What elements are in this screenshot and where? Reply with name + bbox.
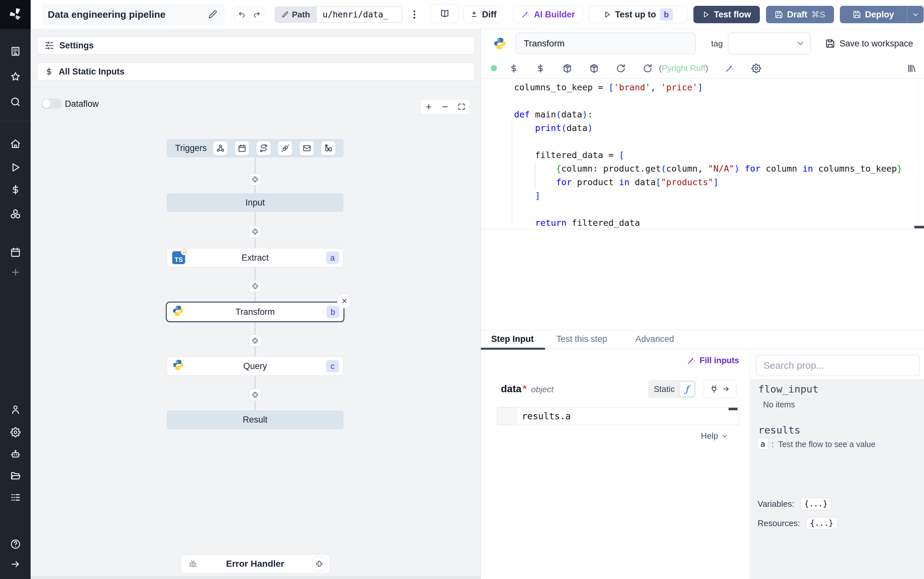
path-value[interactable]: u/henri/data_ (317, 7, 402, 22)
topbar: Data engineering pipeline Path u/henri/d… (31, 0, 924, 29)
package-icon (562, 63, 573, 74)
reload-button[interactable] (615, 58, 627, 79)
more-menu-button[interactable] (407, 7, 421, 21)
tab-test-this-step[interactable]: Test this step (556, 334, 607, 344)
ai-builder-button[interactable]: AI Builder (513, 6, 583, 23)
tab-step-input[interactable]: Step Input (491, 334, 534, 344)
library-panel-button[interactable] (906, 58, 917, 79)
step-node-extract[interactable]: TS Extract a (167, 248, 343, 267)
argument-header: data * object (501, 383, 553, 395)
sidebar-item-workspace[interactable] (0, 44, 31, 59)
poll-trigger-button[interactable] (321, 141, 335, 155)
canvas-zoom-controls: + − (420, 99, 470, 114)
sidebar-item-add[interactable] (0, 265, 31, 280)
code-editor[interactable]: columns_to_keep = ['brand', 'price'] def… (481, 79, 924, 229)
websocket-trigger-button[interactable] (278, 141, 292, 155)
javascript-mode-button[interactable]: ƒ (679, 381, 694, 397)
insert-step-button[interactable] (249, 280, 261, 292)
help-button[interactable]: Help (701, 431, 728, 441)
variables-button[interactable] (535, 58, 546, 79)
code-assistants-status[interactable]: (Pyright Ruff) (659, 58, 708, 79)
result-node[interactable]: Result (167, 410, 343, 429)
canvas-horizontal-scrollbar[interactable] (31, 576, 480, 579)
insert-step-button[interactable] (249, 389, 261, 401)
tag-select[interactable] (728, 33, 810, 54)
docs-button[interactable] (431, 4, 459, 23)
redo-button[interactable] (249, 7, 264, 22)
sidebar-item-schedules[interactable] (0, 244, 31, 260)
sidebar-item-folders[interactable] (0, 468, 31, 484)
remove-step-button[interactable]: × (337, 294, 352, 308)
path-button[interactable]: Path (275, 7, 317, 22)
sidebar-item-help[interactable] (0, 536, 31, 552)
sidebar-item-home[interactable] (0, 136, 31, 152)
insert-step-button[interactable] (249, 335, 261, 347)
windmill-logo[interactable] (0, 0, 31, 29)
deploy-dropdown-button[interactable] (907, 6, 924, 23)
connect-input-group[interactable] (703, 380, 736, 398)
fit-view-button[interactable] (454, 99, 469, 114)
input-mode-group: Static ƒ (648, 380, 696, 398)
sidebar-item-favorites[interactable] (0, 69, 31, 85)
result-key-badge[interactable]: a (757, 438, 769, 450)
package-button-2[interactable] (588, 58, 600, 79)
step-node-transform-selected[interactable]: Transform b (166, 302, 344, 322)
add-error-handler-button[interactable] (312, 557, 327, 571)
sidebar-item-users[interactable] (0, 402, 31, 417)
sidebar-item-workers[interactable] (0, 446, 31, 461)
zoom-out-button[interactable]: − (438, 99, 453, 114)
edit-title-icon[interactable] (208, 10, 217, 20)
all-static-inputs-button[interactable]: All Static Inputs (37, 62, 474, 81)
results-section-title[interactable]: results (758, 424, 800, 436)
sidebar-item-resources[interactable] (0, 206, 31, 222)
undo-button[interactable] (235, 7, 249, 22)
flow-input-section-title[interactable]: flow_input (758, 383, 818, 395)
schedule-trigger-button[interactable] (235, 141, 249, 155)
draft-button[interactable]: Draft ⌘S (766, 6, 834, 23)
resources-object-badge[interactable]: {...} (806, 517, 837, 529)
sidebar-item-search[interactable] (0, 94, 31, 110)
panel-splitter[interactable] (481, 330, 924, 330)
webhook-trigger-button[interactable] (213, 141, 227, 155)
insert-step-button[interactable] (249, 173, 261, 185)
editor-settings-button[interactable] (751, 58, 762, 79)
step-name-input[interactable] (516, 33, 695, 54)
flow-title-wrap[interactable]: Data engineering pipeline (42, 3, 224, 26)
zoom-in-button[interactable]: + (421, 99, 436, 114)
dataflow-toggle[interactable] (41, 98, 62, 109)
route-trigger-button[interactable] (256, 141, 271, 155)
sidebar-item-runs[interactable] (0, 160, 31, 175)
email-trigger-button[interactable] (300, 141, 314, 155)
input-node[interactable]: Input (167, 193, 343, 212)
package-button[interactable] (562, 58, 573, 79)
sidebar-item-variables[interactable] (0, 182, 31, 198)
diff-button[interactable]: Diff (464, 6, 503, 23)
triggers-node[interactable]: Triggers (167, 139, 343, 157)
draft-label: Draft (787, 10, 807, 20)
test-flow-button[interactable]: Test flow (694, 6, 760, 23)
expression-editor[interactable]: results.a (497, 407, 739, 425)
step-node-query[interactable]: Query c (167, 357, 343, 376)
sidebar-item-settings[interactable] (0, 425, 31, 440)
test-up-to-button[interactable]: Test up to b (589, 6, 687, 23)
static-inputs-button[interactable] (508, 58, 519, 79)
flow-settings-button[interactable]: Settings (37, 36, 474, 54)
save-to-workspace-button[interactable]: Save to workspace (825, 36, 913, 52)
tab-advanced[interactable]: Advanced (635, 334, 674, 344)
fill-inputs-button[interactable]: Fill inputs (687, 355, 739, 365)
bug-icon (188, 559, 198, 569)
flow-divider (31, 87, 480, 87)
path-group: Path u/henri/data_ (275, 7, 402, 23)
variables-object-badge[interactable]: {...} (800, 498, 832, 510)
sidebar-expand[interactable] (0, 556, 31, 572)
search-prop-input[interactable] (756, 355, 920, 376)
static-mode-label[interactable]: Static (654, 384, 675, 394)
error-handler-node[interactable]: Error Handler (181, 554, 330, 573)
deploy-button[interactable]: Deploy (840, 10, 907, 20)
dollar-icon (44, 67, 54, 76)
editor-scrollbar-thumb[interactable] (914, 226, 924, 228)
reload-button-2[interactable] (642, 58, 653, 79)
sidebar-item-logs[interactable] (0, 490, 31, 505)
insert-step-button[interactable] (249, 226, 261, 238)
ai-assist-button[interactable] (724, 58, 735, 79)
